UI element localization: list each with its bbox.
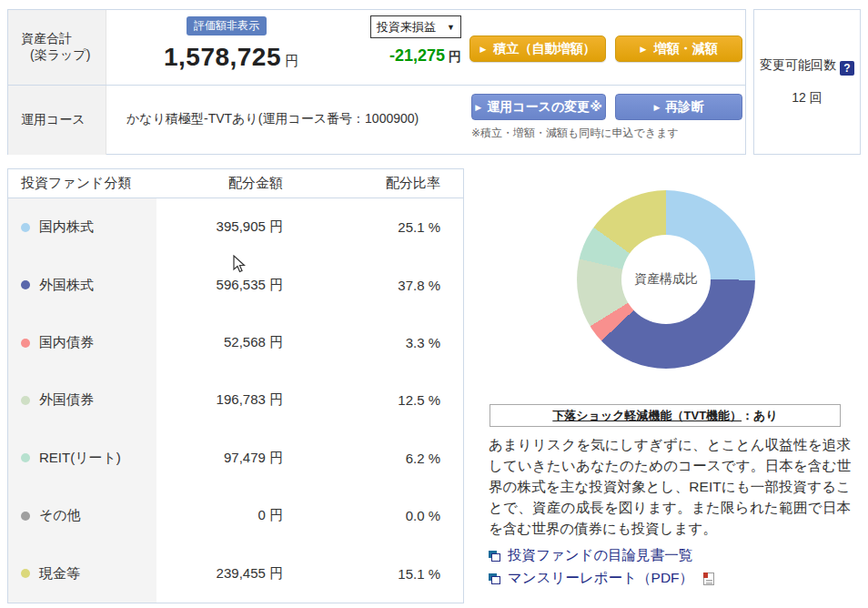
table-row: 外国株式596,535 円37.8 % (8, 256, 463, 313)
category-dot-icon (21, 339, 30, 348)
change-count-panel: 変更可能回数? 12 回 (753, 9, 861, 155)
external-window-icon (489, 551, 500, 562)
button-arrow-icon: ▶ (475, 103, 481, 112)
asset-summary-panel: 資産合計 (楽ラップ) 評価額非表示 1,578,725円 投資来損益 ▼ -2… (7, 9, 746, 155)
tsumitate-button-label: 積立（自動増額） (493, 41, 595, 57)
allocation-amount: 196,783 円 (156, 391, 283, 409)
table-row: 外国債券196,783 円12.5 % (8, 371, 463, 429)
apply-note: ※積立・増額・減額も同時に申込できます (471, 126, 679, 141)
category-dot-icon (21, 512, 30, 521)
select-caret-icon: ▼ (447, 23, 455, 32)
allocation-amount: 395,905 円 (156, 218, 283, 236)
header-fund-category: 投資ファンド分類 (8, 175, 156, 192)
prospectus-link[interactable]: 投資ファンドの目論見書一覧 (508, 546, 692, 565)
category-label: REIT(リート) (39, 450, 121, 467)
profit-loss: -21,275円 (336, 46, 461, 66)
asset-total-row: 資産合計 (楽ラップ) 評価額非表示 1,578,725円 投資来損益 ▼ -2… (8, 10, 745, 86)
allocation-amount: 97,479 円 (156, 450, 283, 467)
category-dot-icon (21, 396, 30, 405)
allocation-ratio: 25.1 % (283, 219, 463, 235)
table-body: 国内株式395,905 円25.1 %外国株式596,535 円37.8 %国内… (8, 198, 463, 603)
change-count-label-text: 変更可能回数 (760, 57, 836, 72)
change-count-label: 変更可能回数? (754, 57, 860, 76)
category-dot-icon (21, 569, 30, 578)
category-dot-icon (21, 223, 30, 232)
course-label-text: 運用コース (21, 112, 106, 128)
course-label: 運用コース (8, 86, 106, 155)
hide-valuation-button[interactable]: 評価額非表示 (187, 16, 267, 35)
asset-total-label: 資産合計 (楽ラップ) (8, 10, 106, 85)
profit-loss-value: -21,275 (389, 46, 445, 65)
header-allocation-ratio: 配分比率 (283, 175, 463, 192)
table-row: 現金等239,455 円15.1 % (8, 545, 463, 603)
allocation-ratio: 12.5 % (283, 392, 463, 408)
asset-total-label-line2: (楽ラップ) (21, 47, 106, 64)
document-links: 投資ファンドの目論見書一覧 マンスリーレポート（PDF） (489, 544, 714, 590)
total-amount: 1,578,725円 (126, 43, 336, 72)
button-arrow-icon: ▶ (654, 103, 661, 112)
category-label: その他 (39, 507, 81, 524)
monthly-report-link[interactable]: マンスリーレポート（PDF） (508, 569, 693, 588)
button-arrow-icon: ▶ (641, 45, 647, 54)
button-arrow-icon: ▶ (480, 45, 487, 54)
category-label: 国内債券 (39, 334, 94, 351)
tvt-feature-box: 下落ショック軽減機能（TVT機能）：あり (490, 404, 841, 427)
allocation-amount: 52,568 円 (156, 334, 283, 351)
total-amount-unit: 円 (285, 53, 298, 68)
profit-period-selected-option: 投資来損益 (377, 19, 436, 35)
allocation-amount: 596,535 円 (156, 277, 283, 294)
allocation-ratio: 37.8 % (283, 278, 463, 293)
allocation-ratio: 0.0 % (283, 508, 463, 523)
tvt-feature-title: 下落ショック軽減機能（TVT機能） (552, 408, 742, 424)
asset-total-label-line1: 資産合計 (21, 31, 106, 47)
help-icon[interactable]: ? (840, 61, 854, 76)
header-allocation-amount: 配分金額 (156, 175, 283, 192)
allocation-ratio: 6.2 % (283, 451, 463, 466)
donut-chart-title: 資産構成比 (634, 271, 698, 288)
pdf-icon (702, 573, 714, 585)
donut-chart-center: 資産構成比 (621, 235, 711, 324)
rediagnosis-button[interactable]: ▶ 再診断 (615, 94, 742, 120)
category-label: 国内株式 (39, 218, 94, 236)
monthly-report-link-line: マンスリーレポート（PDF） (489, 567, 714, 590)
course-name: かなり積極型-TVTあり(運用コース番号：1000900) (126, 111, 419, 127)
category-label: 外国債券 (39, 391, 94, 409)
table-header-row: 投資ファンド分類 配分金額 配分比率 (8, 169, 463, 198)
increase-decrease-button[interactable]: ▶ 増額・減額 (615, 35, 742, 62)
allocation-amount: 0 円 (156, 507, 283, 524)
external-window-icon (489, 573, 500, 584)
profit-period-select[interactable]: 投資来損益 ▼ (370, 15, 461, 38)
category-label: 外国株式 (39, 277, 94, 294)
category-label: 現金等 (39, 565, 80, 583)
table-row: 国内債券52,568 円3.3 % (8, 314, 463, 371)
prospectus-link-line: 投資ファンドの目論見書一覧 (489, 544, 714, 567)
fund-allocation-table: 投資ファンド分類 配分金額 配分比率 国内株式395,905 円25.1 %外国… (7, 168, 464, 603)
total-amount-value: 1,578,725 (164, 43, 281, 71)
tsumitate-auto-increase-button[interactable]: ▶ 積立（自動増額） (469, 35, 606, 62)
tvt-feature-status: ：あり (742, 408, 778, 424)
course-description: あまりリスクを気にしすぎずに、とことん収益性を追求していきたいあなたのためのコー… (489, 434, 851, 539)
table-row: その他0 円0.0 % (8, 487, 463, 544)
allocation-ratio: 15.1 % (283, 566, 463, 582)
category-dot-icon (21, 280, 30, 289)
table-row: REIT(リート)97,479 円6.2 % (8, 430, 463, 487)
change-count-value: 12 回 (754, 90, 860, 106)
allocation-ratio: 3.3 % (283, 335, 463, 350)
course-change-button[interactable]: ▶ 運用コースの変更※ (471, 94, 606, 120)
zougaku-button-label: 増額・減額 (653, 41, 717, 57)
course-row: 運用コース かなり積極型-TVTあり(運用コース番号：1000900) ▶ 運用… (8, 86, 745, 155)
category-dot-icon (21, 453, 30, 462)
table-row: 国内株式395,905 円25.1 % (8, 198, 463, 256)
profit-loss-unit: 円 (449, 49, 461, 64)
allocation-amount: 239,455 円 (156, 565, 283, 583)
rediagnosis-button-label: 再診断 (665, 99, 703, 116)
course-change-button-label: 運用コースの変更※ (487, 99, 602, 116)
